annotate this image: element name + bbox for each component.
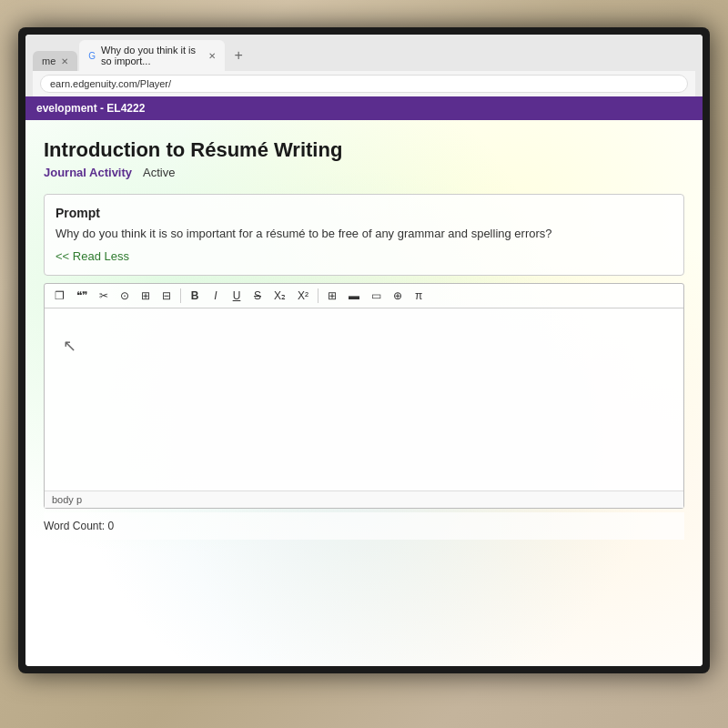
prompt-section: Prompt Why do you think it is so importa… xyxy=(44,194,684,276)
toolbar-separator-2 xyxy=(318,288,318,303)
pi-button[interactable]: π xyxy=(410,288,428,304)
activity-type-label: Journal Activity xyxy=(44,166,132,179)
editor-toolbar: ❐ ❝❞ ✂ ⊙ ⊞ ⊟ B I U S X₂ X² xyxy=(45,284,683,308)
tab-inactive[interactable]: me ✕ xyxy=(33,51,77,71)
monitor-bezel: me ✕ G Why do you think it is so import.… xyxy=(18,27,710,673)
italic-button[interactable]: I xyxy=(207,288,225,304)
word-count-value: 0 xyxy=(108,520,115,532)
address-bar[interactable]: earn.edgenuity.com/Player/ xyxy=(40,75,688,93)
mouse-cursor-icon: ↖ xyxy=(63,336,76,356)
indent-left-button[interactable]: ⊞ xyxy=(136,288,155,304)
subscript-button[interactable]: X₂ xyxy=(269,288,290,304)
quote-button[interactable]: ❝❞ xyxy=(72,288,92,304)
tabs-row: me ✕ G Why do you think it is so import.… xyxy=(33,40,695,71)
photo-frame: me ✕ G Why do you think it is so import.… xyxy=(0,0,728,728)
google-icon: G xyxy=(88,51,96,61)
app-toolbar-title: evelopment - EL4222 xyxy=(36,102,145,115)
strikethrough-button[interactable]: S xyxy=(248,288,267,304)
browser-chrome: me ✕ G Why do you think it is so import.… xyxy=(25,35,703,96)
tab-active-close-icon[interactable]: ✕ xyxy=(208,51,216,61)
address-bar-row: earn.edgenuity.com/Player/ xyxy=(33,71,695,96)
editor-body[interactable]: ↖ xyxy=(45,308,683,490)
tab-active-label: Why do you think it is so import... xyxy=(101,45,203,66)
editor-statusbar: body p xyxy=(45,490,683,508)
app-toolbar: evelopment - EL4222 xyxy=(25,96,703,120)
prompt-label: Prompt xyxy=(56,206,672,220)
prompt-text: Why do you think it is so important for … xyxy=(56,226,672,242)
tab-active[interactable]: G Why do you think it is so import... ✕ xyxy=(79,40,225,71)
underline-button[interactable]: U xyxy=(228,288,246,304)
activity-meta: Journal Activity Active xyxy=(44,166,684,179)
word-count-label: Word Count: xyxy=(44,520,105,532)
tab-inactive-label: me xyxy=(42,56,56,66)
content-area: Introduction to Résumé Writing Journal A… xyxy=(25,120,703,666)
table-button[interactable]: ⊞ xyxy=(323,288,341,304)
activity-status-badge: Active xyxy=(143,166,175,179)
bold-button[interactable]: B xyxy=(186,288,204,304)
toolbar-separator-1 xyxy=(180,288,181,303)
tab-close-icon[interactable]: ✕ xyxy=(61,56,68,66)
read-less-link[interactable]: << Read Less xyxy=(56,249,129,263)
link-button[interactable]: ⊕ xyxy=(389,288,407,304)
page-title: Introduction to Résumé Writing xyxy=(44,138,684,162)
new-tab-button[interactable]: + xyxy=(227,44,250,67)
copy-button[interactable]: ❐ xyxy=(50,288,69,304)
special-button[interactable]: ⊙ xyxy=(116,288,134,304)
word-count-bar: Word Count: 0 xyxy=(44,512,684,540)
content-inner: Introduction to Résumé Writing Journal A… xyxy=(44,138,684,540)
indent-right-button[interactable]: ⊟ xyxy=(157,288,176,304)
rich-text-editor: ❐ ❝❞ ✂ ⊙ ⊞ ⊟ B I U S X₂ X² xyxy=(44,283,684,509)
browser-window: me ✕ G Why do you think it is so import.… xyxy=(25,35,703,666)
hr-button[interactable]: ▬ xyxy=(344,288,364,304)
box-button[interactable]: ▭ xyxy=(367,288,386,304)
cut-button[interactable]: ✂ xyxy=(95,288,113,304)
superscript-button[interactable]: X² xyxy=(293,288,313,304)
